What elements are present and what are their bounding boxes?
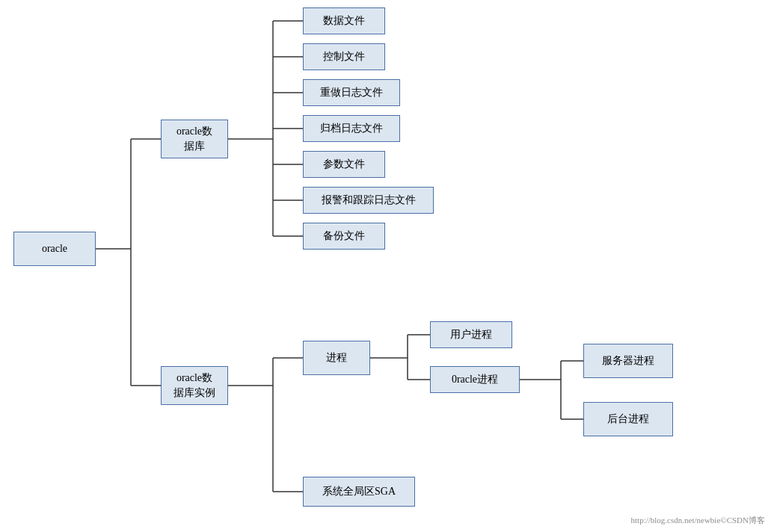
oracle-proc-node: 0racle进程	[430, 366, 520, 393]
oracle-node: oracle	[13, 232, 96, 266]
oracle-db-node: oracle数据库	[161, 120, 228, 158]
param-file-node: 参数文件	[303, 151, 385, 178]
redo-file-node: 重做日志文件	[303, 79, 400, 106]
server-proc-node: 服务器进程	[583, 344, 673, 378]
sga-node: 系统全局区SGA	[303, 477, 415, 507]
user-proc-node: 用户进程	[430, 321, 512, 348]
watermark: http://blog.csdn.net/newbie©CSDN博客	[631, 515, 765, 526]
bg-proc-node: 后台进程	[583, 402, 673, 436]
diagram: oracle oracle数据库 oracle数据库实例 数据文件 控制文件 重…	[0, 0, 771, 532]
data-file-node: 数据文件	[303, 7, 385, 34]
alert-file-node: 报警和跟踪日志文件	[303, 187, 434, 214]
backup-file-node: 备份文件	[303, 223, 385, 250]
ctrl-file-node: 控制文件	[303, 43, 385, 70]
process-node: 进程	[303, 341, 370, 375]
oracle-inst-node: oracle数据库实例	[161, 366, 228, 405]
archive-file-node: 归档日志文件	[303, 115, 400, 142]
